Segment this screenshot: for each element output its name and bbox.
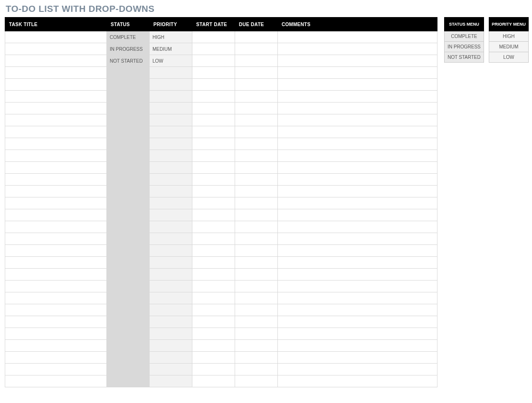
cell-status[interactable]	[107, 233, 150, 245]
cell-comments[interactable]	[278, 138, 437, 150]
cell-comments[interactable]	[278, 162, 437, 174]
cell-priority[interactable]	[150, 304, 192, 316]
cell-comments[interactable]	[278, 364, 437, 375]
cell-due-date[interactable]	[235, 209, 278, 221]
cell-start-date[interactable]	[192, 55, 235, 67]
cell-priority[interactable]	[150, 114, 192, 126]
cell-priority[interactable]	[150, 257, 192, 269]
cell-status[interactable]: NOT STARTED	[107, 55, 150, 67]
cell-status[interactable]	[107, 67, 150, 79]
cell-status[interactable]	[107, 352, 150, 364]
cell-comments[interactable]	[278, 91, 437, 103]
cell-priority[interactable]	[150, 138, 192, 150]
cell-status[interactable]	[107, 186, 150, 197]
cell-task-title[interactable]	[5, 150, 107, 162]
cell-due-date[interactable]	[235, 292, 278, 304]
cell-comments[interactable]	[278, 245, 437, 257]
cell-priority[interactable]	[150, 352, 192, 364]
cell-task-title[interactable]	[5, 209, 107, 221]
cell-comments[interactable]	[278, 340, 437, 352]
cell-due-date[interactable]	[235, 197, 278, 209]
cell-task-title[interactable]	[5, 103, 107, 114]
cell-task-title[interactable]	[5, 292, 107, 304]
cell-status[interactable]	[107, 257, 150, 269]
cell-due-date[interactable]	[235, 162, 278, 174]
cell-due-date[interactable]	[235, 352, 278, 364]
cell-status[interactable]	[107, 138, 150, 150]
cell-status[interactable]	[107, 114, 150, 126]
cell-due-date[interactable]	[235, 375, 278, 387]
cell-task-title[interactable]	[5, 31, 107, 43]
cell-due-date[interactable]	[235, 31, 278, 43]
cell-comments[interactable]	[278, 67, 437, 79]
cell-comments[interactable]	[278, 103, 437, 114]
cell-priority[interactable]	[150, 174, 192, 186]
cell-status[interactable]	[107, 364, 150, 375]
cell-comments[interactable]	[278, 281, 437, 292]
cell-due-date[interactable]	[235, 79, 278, 91]
cell-start-date[interactable]	[192, 150, 235, 162]
cell-status[interactable]	[107, 79, 150, 91]
cell-start-date[interactable]	[192, 245, 235, 257]
cell-start-date[interactable]	[192, 197, 235, 209]
cell-status[interactable]	[107, 162, 150, 174]
cell-task-title[interactable]	[5, 304, 107, 316]
cell-due-date[interactable]	[235, 245, 278, 257]
cell-start-date[interactable]	[192, 340, 235, 352]
cell-comments[interactable]	[278, 304, 437, 316]
cell-status[interactable]	[107, 375, 150, 387]
cell-task-title[interactable]	[5, 281, 107, 292]
status-menu-option[interactable]: NOT STARTED	[445, 52, 484, 63]
cell-start-date[interactable]	[192, 114, 235, 126]
cell-priority[interactable]	[150, 221, 192, 233]
cell-start-date[interactable]	[192, 316, 235, 328]
cell-start-date[interactable]	[192, 269, 235, 281]
cell-start-date[interactable]	[192, 43, 235, 55]
cell-due-date[interactable]	[235, 304, 278, 316]
cell-status[interactable]	[107, 292, 150, 304]
cell-status[interactable]	[107, 150, 150, 162]
cell-comments[interactable]	[278, 328, 437, 340]
cell-priority[interactable]	[150, 281, 192, 292]
cell-priority[interactable]	[150, 67, 192, 79]
cell-comments[interactable]	[278, 43, 437, 55]
status-menu-option[interactable]: COMPLETE	[445, 31, 484, 42]
cell-priority[interactable]	[150, 79, 192, 91]
cell-due-date[interactable]	[235, 174, 278, 186]
priority-menu-option[interactable]: HIGH	[489, 31, 529, 42]
cell-priority[interactable]	[150, 269, 192, 281]
cell-task-title[interactable]	[5, 245, 107, 257]
cell-status[interactable]	[107, 269, 150, 281]
cell-due-date[interactable]	[235, 233, 278, 245]
cell-status[interactable]	[107, 91, 150, 103]
cell-task-title[interactable]	[5, 269, 107, 281]
cell-task-title[interactable]	[5, 375, 107, 387]
cell-task-title[interactable]	[5, 55, 107, 67]
cell-start-date[interactable]	[192, 31, 235, 43]
cell-priority[interactable]	[150, 233, 192, 245]
cell-priority[interactable]	[150, 91, 192, 103]
cell-comments[interactable]	[278, 114, 437, 126]
cell-task-title[interactable]	[5, 197, 107, 209]
cell-start-date[interactable]	[192, 186, 235, 197]
cell-comments[interactable]	[278, 269, 437, 281]
cell-start-date[interactable]	[192, 257, 235, 269]
cell-comments[interactable]	[278, 221, 437, 233]
cell-priority[interactable]	[150, 209, 192, 221]
cell-status[interactable]: IN PROGRESS	[107, 43, 150, 55]
cell-status[interactable]: COMPLETE	[107, 31, 150, 43]
cell-status[interactable]	[107, 209, 150, 221]
cell-task-title[interactable]	[5, 221, 107, 233]
cell-due-date[interactable]	[235, 257, 278, 269]
cell-start-date[interactable]	[192, 126, 235, 138]
cell-start-date[interactable]	[192, 352, 235, 364]
cell-priority[interactable]	[150, 328, 192, 340]
priority-menu-option[interactable]: LOW	[489, 52, 529, 63]
cell-comments[interactable]	[278, 233, 437, 245]
cell-due-date[interactable]	[235, 91, 278, 103]
cell-priority[interactable]	[150, 316, 192, 328]
cell-due-date[interactable]	[235, 186, 278, 197]
cell-task-title[interactable]	[5, 257, 107, 269]
cell-start-date[interactable]	[192, 67, 235, 79]
cell-priority[interactable]	[150, 162, 192, 174]
